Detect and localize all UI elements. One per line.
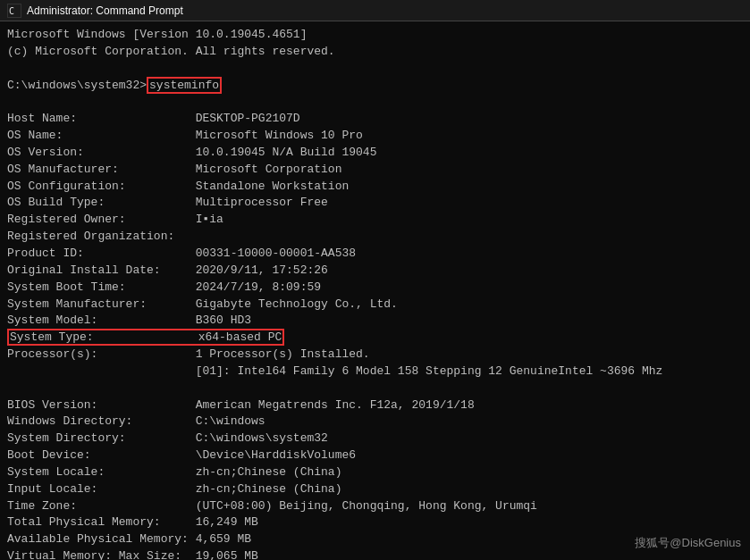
systeminfo-highlight: systeminfo [147, 77, 222, 94]
title-bar-text: Administrator: Command Prompt [27, 4, 183, 17]
terminal-window[interactable]: Microsoft Windows [Version 10.0.19045.46… [0, 21, 750, 560]
line-processors: Processor(s): 1 Processor(s) Installed. [7, 347, 743, 364]
line-registered-org: Registered Organization: [7, 229, 743, 246]
line-host-name: Host Name: DESKTOP-PG2107D [7, 111, 743, 128]
line-1: Microsoft Windows [Version 10.0.19045.46… [7, 27, 743, 44]
line-bios: BIOS Version: American Megatrends Inc. F… [7, 397, 743, 414]
line-input-locale: Input Locale: zh-cn;Chinese (China) [7, 481, 743, 498]
line-sys-locale: System Locale: zh-cn;Chinese (China) [7, 464, 743, 481]
line-4: C:\windows\system32>systeminfo [7, 78, 743, 95]
line-os-version: OS Version: 10.0.19045 N/A Build 19045 [7, 145, 743, 162]
line-avail-mem: Available Physical Memory: 4,659 MB [7, 531, 743, 548]
title-bar: C Administrator: Command Prompt [0, 0, 750, 21]
line-5 [7, 94, 743, 111]
watermark: 搜狐号@DiskGenius [635, 535, 741, 551]
line-timezone: Time Zone: (UTC+08:00) Beijing, Chongqin… [7, 498, 743, 515]
line-registered-owner: Registered Owner: I▪ia [7, 212, 743, 229]
line-os-manufacturer: OS Manufacturer: Microsoft Corporation [7, 162, 743, 179]
line-install-date: Original Install Date: 2020/9/11, 17:52:… [7, 263, 743, 280]
line-os-config: OS Configuration: Standalone Workstation [7, 179, 743, 196]
line-boot-time: System Boot Time: 2024/7/19, 8:09:59 [7, 280, 743, 297]
line-sys-model: System Model: B360 HD3 [7, 313, 743, 330]
cmd-icon: C [7, 4, 21, 18]
line-boot-device: Boot Device: \Device\HarddiskVolume6 [7, 447, 743, 464]
line-os-build-type: OS Build Type: Multiprocessor Free [7, 195, 743, 212]
line-sys-dir: System Directory: C:\windows\system32 [7, 430, 743, 447]
line-total-mem: Total Physical Memory: 16,249 MB [7, 514, 743, 531]
line-os-name: OS Name: Microsoft Windows 10 Pro [7, 128, 743, 145]
svg-text:C: C [9, 6, 14, 16]
line-sys-type: System Type: x64-based PC [7, 330, 743, 347]
line-win-dir: Windows Directory: C:\windows [7, 414, 743, 430]
line-product-id: Product ID: 00331-10000-00001-AA538 [7, 246, 743, 263]
line-sys-manufacturer: System Manufacturer: Gigabyte Technology… [7, 297, 743, 313]
line-blank [7, 380, 743, 397]
system-type-highlight: System Type: x64-based PC [7, 329, 284, 346]
line-vm-max: Virtual Memory: Max Size: 19,065 MB [7, 548, 743, 560]
line-processor-detail: [01]: Intel64 Family 6 Model 158 Steppin… [7, 364, 743, 380]
line-3 [7, 61, 743, 78]
line-2: (c) Microsoft Corporation. All rights re… [7, 44, 743, 61]
